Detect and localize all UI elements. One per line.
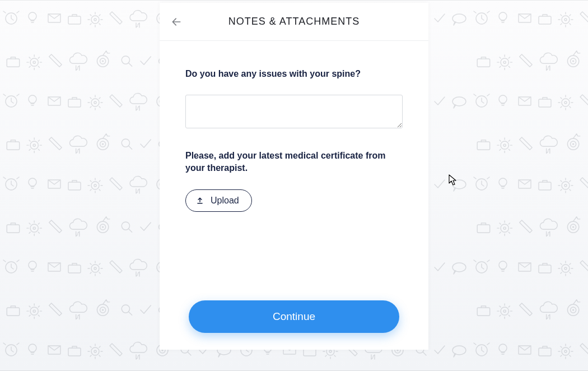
continue-button[interactable]: Continue (189, 300, 399, 333)
upload-button-label: Upload (211, 196, 239, 206)
continue-button-label: Continue (273, 310, 315, 322)
back-button[interactable] (170, 15, 183, 29)
page-title: NOTES & ATTACHMENTS (228, 16, 360, 27)
card-body: Do you have any issues with your spine? … (160, 41, 428, 350)
spine-issues-textarea[interactable] (185, 95, 403, 128)
form-card: NOTES & ATTACHMENTS Do you have any issu… (160, 3, 428, 350)
question-label: Do you have any issues with your spine? (185, 69, 403, 79)
upload-instruction: Please, add your latest medical certific… (185, 150, 403, 174)
card-header: NOTES & ATTACHMENTS (160, 3, 428, 41)
upload-icon (196, 197, 204, 205)
upload-button[interactable]: Upload (185, 189, 252, 212)
arrow-left-icon (171, 16, 182, 27)
cursor-icon (449, 174, 458, 187)
